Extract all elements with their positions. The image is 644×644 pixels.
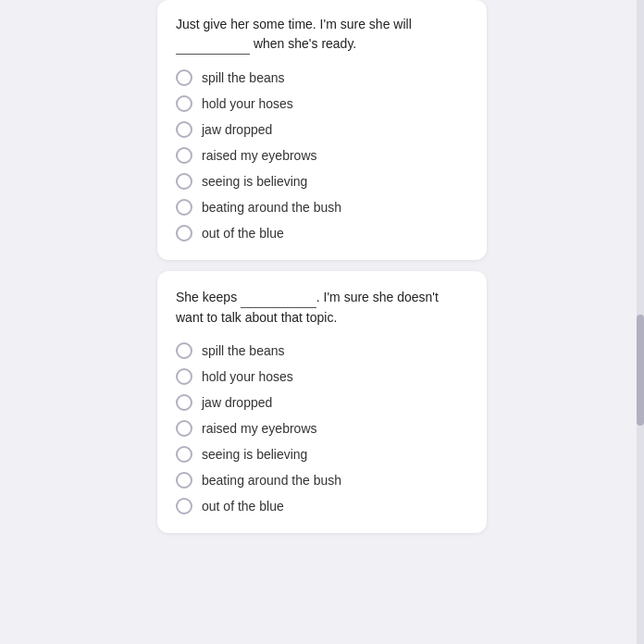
option-label: hold your hoses: [202, 96, 293, 111]
option-item[interactable]: out of the blue: [176, 225, 468, 242]
scrollbar-track[interactable]: [637, 0, 644, 644]
question-card-1: Just give her some time. I'm sure she wi…: [157, 0, 487, 260]
option-label: beating around the bush: [202, 473, 341, 488]
option-item[interactable]: hold your hoses: [176, 95, 468, 112]
radio-button[interactable]: [176, 472, 192, 489]
option-item[interactable]: beating around the bush: [176, 472, 468, 489]
option-label: jaw dropped: [202, 395, 272, 410]
option-item[interactable]: jaw dropped: [176, 394, 468, 411]
option-label: beating around the bush: [202, 200, 341, 215]
option-item[interactable]: raised my eyebrows: [176, 147, 468, 164]
blank-1: [176, 34, 250, 55]
option-item[interactable]: seeing is believing: [176, 173, 468, 190]
radio-button[interactable]: [176, 199, 192, 216]
option-item[interactable]: seeing is believing: [176, 446, 468, 463]
option-label: spill the beans: [202, 70, 285, 85]
radio-button[interactable]: [176, 147, 192, 164]
option-label: hold your hoses: [202, 369, 293, 384]
radio-button[interactable]: [176, 342, 192, 359]
option-label: seeing is believing: [202, 447, 307, 462]
option-label: spill the beans: [202, 343, 285, 358]
option-label: raised my eyebrows: [202, 148, 317, 163]
radio-button[interactable]: [176, 420, 192, 437]
radio-button[interactable]: [176, 368, 192, 385]
option-item[interactable]: beating around the bush: [176, 199, 468, 216]
option-list-1: spill the beans hold your hoses jaw drop…: [176, 69, 468, 242]
option-item[interactable]: raised my eyebrows: [176, 420, 468, 437]
radio-button[interactable]: [176, 225, 192, 242]
option-label: out of the blue: [202, 226, 284, 241]
option-list-2: spill the beans hold your hoses jaw drop…: [176, 342, 468, 514]
blank-2: [241, 288, 316, 308]
option-label: jaw dropped: [202, 122, 272, 137]
radio-button[interactable]: [176, 446, 192, 463]
option-item[interactable]: spill the beans: [176, 342, 468, 359]
question-text-1: Just give her some time. I'm sure she wi…: [176, 15, 468, 55]
question-text-2: She keeps . I'm sure she doesn't want to…: [176, 288, 468, 328]
question-card-2: She keeps . I'm sure she doesn't want to…: [157, 271, 487, 533]
scrollbar-thumb[interactable]: [637, 315, 644, 426]
radio-button[interactable]: [176, 69, 192, 86]
option-item[interactable]: spill the beans: [176, 69, 468, 86]
option-label: raised my eyebrows: [202, 421, 317, 436]
option-item[interactable]: hold your hoses: [176, 368, 468, 385]
radio-button[interactable]: [176, 498, 192, 514]
option-label: seeing is believing: [202, 174, 307, 189]
option-label: out of the blue: [202, 499, 284, 514]
radio-button[interactable]: [176, 95, 192, 112]
page-container: Just give her some time. I'm sure she wi…: [0, 0, 644, 644]
radio-button[interactable]: [176, 173, 192, 190]
option-item[interactable]: out of the blue: [176, 498, 468, 514]
radio-button[interactable]: [176, 394, 192, 411]
radio-button[interactable]: [176, 121, 192, 138]
option-item[interactable]: jaw dropped: [176, 121, 468, 138]
